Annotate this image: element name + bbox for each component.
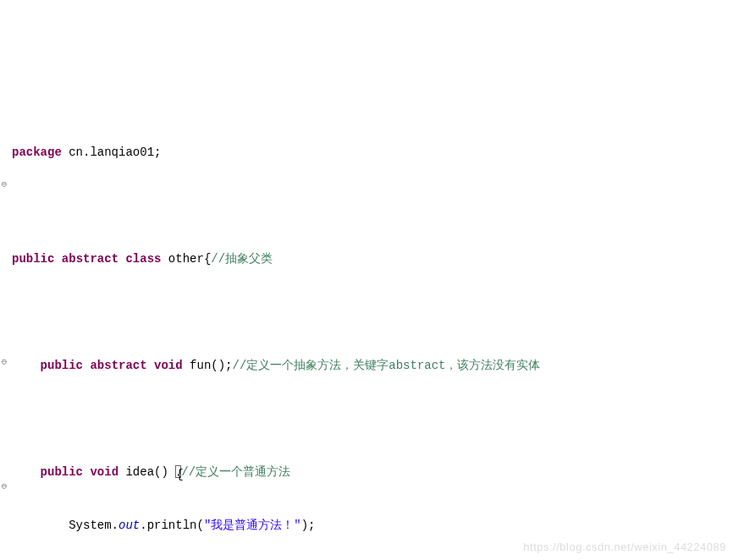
static-field: out (118, 519, 140, 532)
code-text: .println( (140, 519, 204, 532)
code-line[interactable]: public abstract void fun();//定义一个抽象方法，关键… (12, 357, 733, 375)
comment: //定义一个普通方法 (181, 465, 290, 479)
code-line[interactable]: public void idea() {//定义一个普通方法 (12, 464, 733, 481)
keyword: void (90, 465, 118, 479)
keyword: public (41, 465, 83, 479)
keyword: void (154, 359, 183, 372)
code-line[interactable]: public abstract class other{//抽象父类 (12, 250, 733, 268)
fold-icon[interactable]: ⊖ (0, 480, 8, 494)
code-editor[interactable]: ⊖ ⊖ ⊖ package cn.lanqiao01; public abstr… (0, 71, 733, 560)
code-text: other{ (161, 252, 211, 266)
comment: //抽象父类 (211, 252, 273, 266)
keyword: package (12, 145, 62, 159)
fold-icon[interactable]: ⊖ (0, 355, 8, 370)
fold-icon[interactable]: ⊖ (0, 178, 8, 192)
code-text: System. (12, 519, 118, 532)
keyword: public (41, 359, 83, 372)
watermark: https://blog.csdn.net/weixin_44224089 (523, 539, 726, 556)
keyword: abstract (62, 252, 118, 266)
string: "我是普通方法！" (204, 519, 301, 532)
code-text: fun(); (183, 359, 233, 372)
code-text: idea() (118, 465, 175, 479)
keyword: class (125, 252, 161, 266)
code-line[interactable] (12, 410, 733, 428)
code-text: ); (301, 519, 316, 532)
gutter: ⊖ ⊖ ⊖ (0, 71, 10, 560)
keyword: public (12, 252, 54, 266)
code-text: cn.lanqiao01; (62, 145, 162, 159)
code-line[interactable] (12, 197, 733, 215)
comment: //定义一个抽象方法，关键字abstract，该方法没有实体 (232, 359, 540, 372)
code-line[interactable]: package cn.lanqiao01; (12, 144, 733, 162)
code-line[interactable]: System.out.println("我是普通方法！"); (12, 517, 733, 535)
keyword: abstract (90, 359, 146, 372)
code-line[interactable] (12, 304, 733, 321)
